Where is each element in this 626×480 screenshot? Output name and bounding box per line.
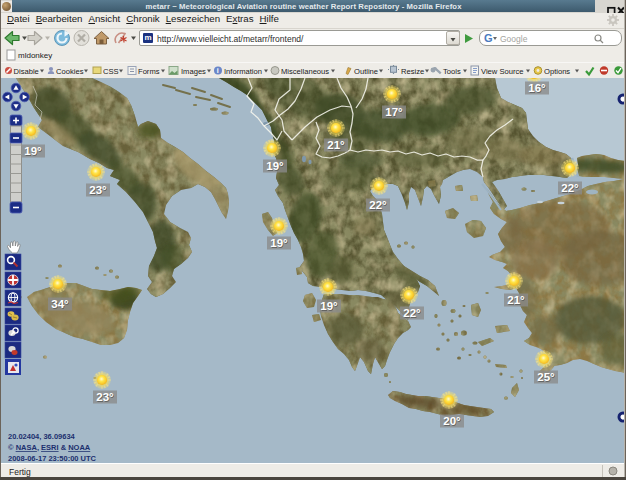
- svg-text:i: i: [217, 67, 219, 74]
- svg-text:Miscellaneous: Miscellaneous: [281, 67, 329, 76]
- svg-text:20.02404, 36.09634: 20.02404, 36.09634: [8, 432, 76, 441]
- svg-text:Resize: Resize: [401, 67, 424, 76]
- svg-text:Options: Options: [544, 67, 570, 76]
- svg-text:23°: 23°: [89, 184, 107, 196]
- svg-text:22°: 22°: [403, 307, 421, 319]
- svg-text:Images: Images: [181, 67, 206, 76]
- svg-text:22°: 22°: [369, 199, 387, 211]
- svg-text:23°: 23°: [96, 391, 114, 403]
- svg-text:Cookies: Cookies: [56, 67, 84, 76]
- svg-text:CSS: CSS: [103, 67, 119, 76]
- svg-text:17°: 17°: [385, 106, 403, 118]
- svg-text:25°: 25°: [537, 371, 555, 383]
- svg-text:G: G: [484, 32, 493, 44]
- svg-text:19°: 19°: [320, 300, 338, 312]
- svg-text:2008-06-17 23:50:00 UTC: 2008-06-17 23:50:00 UTC: [8, 454, 97, 463]
- svg-text:20°: 20°: [443, 415, 461, 427]
- svg-text:19°: 19°: [24, 145, 42, 157]
- svg-text:22°: 22°: [561, 182, 579, 194]
- svg-text:21°: 21°: [327, 139, 345, 151]
- svg-text:View Source: View Source: [481, 67, 524, 76]
- svg-text:Disable: Disable: [14, 67, 39, 76]
- svg-text:19°: 19°: [270, 237, 288, 249]
- svg-text:Information: Information: [224, 67, 262, 76]
- svg-text:Forms: Forms: [138, 67, 160, 76]
- svg-text:34°: 34°: [51, 298, 69, 310]
- svg-text:Outline: Outline: [354, 67, 378, 76]
- svg-text:21°: 21°: [507, 294, 525, 306]
- svg-text:Tools: Tools: [443, 67, 461, 76]
- svg-text:16°: 16°: [528, 82, 546, 94]
- svg-text:19°: 19°: [266, 160, 284, 172]
- svg-text:© NASA, ESRI & NOAA: © NASA, ESRI & NOAA: [8, 443, 91, 452]
